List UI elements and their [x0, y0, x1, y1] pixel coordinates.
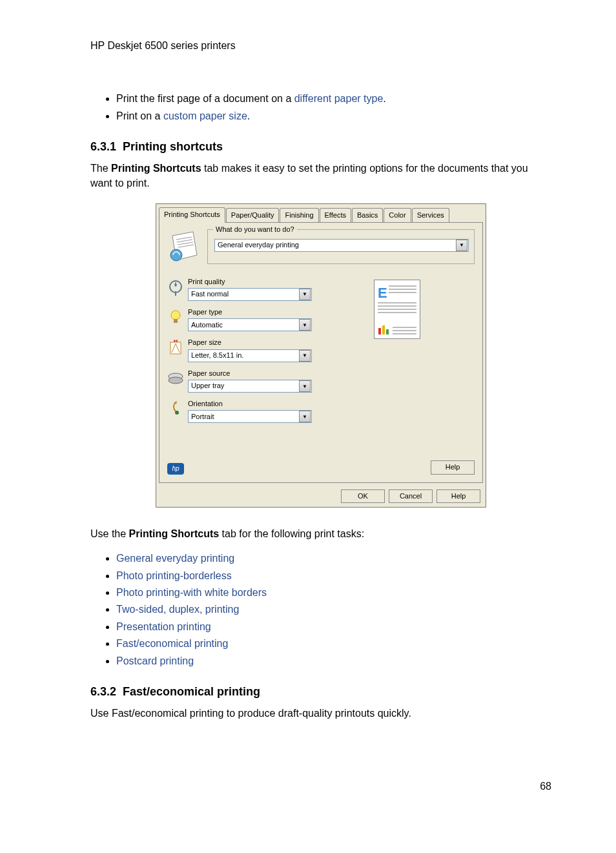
link-presentation[interactable]: Presentation printing	[116, 621, 211, 632]
paper-source-dropdown[interactable]: Upper tray ▼	[188, 380, 312, 393]
tab-basics[interactable]: Basics	[352, 208, 383, 222]
task-dropdown-value: General everyday printing	[215, 240, 455, 250]
section2-para: Use Fast/economical printing to produce …	[90, 706, 551, 721]
opt-paper-source: Paper source Upper tray ▼	[167, 369, 335, 393]
paper-size-dropdown[interactable]: Letter, 8.5x11 in. ▼	[188, 349, 312, 362]
print-quality-dropdown[interactable]: Fast normal ▼	[188, 288, 312, 301]
svg-point-13	[175, 411, 179, 415]
svg-point-8	[171, 311, 180, 320]
bold: Printing Shortcuts	[129, 528, 220, 539]
dd-value: Fast normal	[189, 289, 298, 299]
task-groupbox: What do you want to do? General everyday…	[207, 229, 475, 264]
dd-value: Letter, 8.5x11 in.	[189, 351, 298, 360]
list-item: Photo printing-with white borders	[116, 586, 551, 600]
text: .	[383, 93, 385, 104]
task-links-list: General everyday printing Photo printing…	[90, 551, 551, 668]
tab-paper-quality[interactable]: Paper/Quality	[226, 208, 280, 222]
link-photo-borderless[interactable]: Photo printing-borderless	[116, 570, 232, 581]
link-photo-white-borders[interactable]: Photo printing-with white borders	[116, 587, 267, 598]
opt-label: Print quality	[188, 277, 335, 287]
list-item: General everyday printing	[116, 551, 551, 566]
opt-print-quality: Print quality Fast normal ▼	[167, 277, 335, 301]
opt-label: Paper type	[188, 307, 335, 317]
dd-value: Automatic	[189, 320, 298, 330]
text: .	[247, 110, 250, 121]
print-dialog: Printing Shortcuts Paper/Quality Finishi…	[156, 203, 486, 508]
paper-type-dropdown[interactable]: Automatic ▼	[188, 318, 312, 331]
section1-para: The Printing Shortcuts tab makes it easy…	[90, 161, 551, 190]
orientation-icon	[167, 399, 184, 418]
ok-button[interactable]: OK	[341, 489, 385, 503]
tab-panel: What do you want to do? General everyday…	[159, 222, 483, 483]
tab-printing-shortcuts[interactable]: Printing Shortcuts	[159, 207, 225, 222]
opt-paper-size: Paper size Letter, 8.5x11 in. ▼	[167, 338, 335, 362]
chevron-down-icon[interactable]: ▼	[299, 411, 311, 422]
help-button[interactable]: Help	[436, 489, 480, 503]
list-item: Two-sided, duplex, printing	[116, 602, 551, 617]
opt-orientation: Orientation Portrait ▼	[167, 399, 335, 423]
svg-point-5	[170, 249, 182, 261]
options-column: Print quality Fast normal ▼ Paper type	[167, 277, 335, 430]
opt-paper-type: Paper type Automatic ▼	[167, 307, 335, 331]
chevron-down-icon[interactable]: ▼	[299, 319, 311, 331]
link-postcard[interactable]: Postcard printing	[116, 655, 194, 666]
opt-label: Paper source	[188, 369, 335, 378]
chevron-down-icon[interactable]: ▼	[299, 289, 311, 300]
cancel-button[interactable]: Cancel	[389, 489, 433, 503]
intro-item-2: Print on a custom paper size.	[116, 109, 551, 123]
svg-point-12	[169, 377, 183, 384]
intro-item-1: Print the first page of a document on a …	[116, 92, 551, 106]
link-different-paper-type[interactable]: different paper type	[294, 93, 384, 104]
list-item: Photo printing-borderless	[116, 569, 551, 583]
link-custom-paper-size[interactable]: custom paper size	[163, 110, 247, 121]
tray-icon	[167, 369, 184, 388]
tab-color[interactable]: Color	[384, 208, 411, 222]
task-group-label: What do you want to do?	[213, 225, 297, 234]
preview-area: E	[335, 277, 420, 430]
link-fast-economical[interactable]: Fast/economical printing	[116, 638, 228, 649]
list-item: Postcard printing	[116, 654, 551, 668]
text: Use the	[90, 528, 129, 539]
tab-services[interactable]: Services	[412, 208, 449, 222]
chevron-down-icon[interactable]: ▼	[299, 380, 311, 392]
intro-list: Print the first page of a document on a …	[90, 92, 551, 123]
bulb-icon	[167, 307, 184, 327]
tab-finishing[interactable]: Finishing	[280, 208, 318, 222]
section-number: 6.3.1	[90, 140, 116, 153]
dialog-bottom-buttons: OK Cancel Help	[156, 486, 486, 507]
quality-icon	[167, 277, 184, 296]
bold: Printing Shortcuts	[111, 163, 201, 174]
tab-effects[interactable]: Effects	[320, 208, 351, 222]
page-preview-icon: E	[374, 280, 420, 339]
section-6-3-2-heading: 6.3.2 Fast/economical printing	[90, 684, 551, 700]
text: tab for the following print tasks:	[219, 528, 364, 539]
dd-value: Upper tray	[189, 381, 298, 391]
link-two-sided[interactable]: Two-sided, duplex, printing	[116, 604, 239, 615]
text: Print the first page of a document on a	[116, 93, 294, 104]
section-title: Fast/economical printing	[123, 685, 260, 698]
help-button-inner[interactable]: Help	[431, 460, 475, 474]
chevron-down-icon[interactable]: ▼	[456, 240, 467, 251]
page-number: 68	[90, 779, 551, 794]
paper-size-icon	[167, 338, 184, 357]
section-title: Printing shortcuts	[123, 140, 223, 153]
svg-rect-9	[174, 319, 178, 323]
hp-logo-icon: hp	[167, 463, 184, 475]
tabs-row: Printing Shortcuts Paper/Quality Finishi…	[156, 204, 486, 221]
doc-header: HP Deskjet 6500 series printers	[90, 39, 551, 53]
list-item: Presentation printing	[116, 620, 551, 634]
opt-label: Paper size	[188, 338, 335, 347]
text: The	[90, 163, 111, 174]
chevron-down-icon[interactable]: ▼	[299, 350, 311, 362]
orientation-dropdown[interactable]: Portrait ▼	[188, 410, 312, 423]
opt-label: Orientation	[188, 399, 335, 409]
shortcut-thumb-icon	[167, 229, 202, 264]
link-general-everyday[interactable]: General everyday printing	[116, 553, 234, 564]
dd-value: Portrait	[189, 412, 298, 422]
after-dialog-para: Use the Printing Shortcuts tab for the f…	[90, 527, 551, 541]
section-number: 6.3.2	[90, 685, 116, 698]
task-dropdown[interactable]: General everyday printing ▼	[214, 239, 469, 252]
section-6-3-1-heading: 6.3.1 Printing shortcuts	[90, 139, 551, 155]
list-item: Fast/economical printing	[116, 637, 551, 651]
text: Print on a	[116, 110, 163, 121]
